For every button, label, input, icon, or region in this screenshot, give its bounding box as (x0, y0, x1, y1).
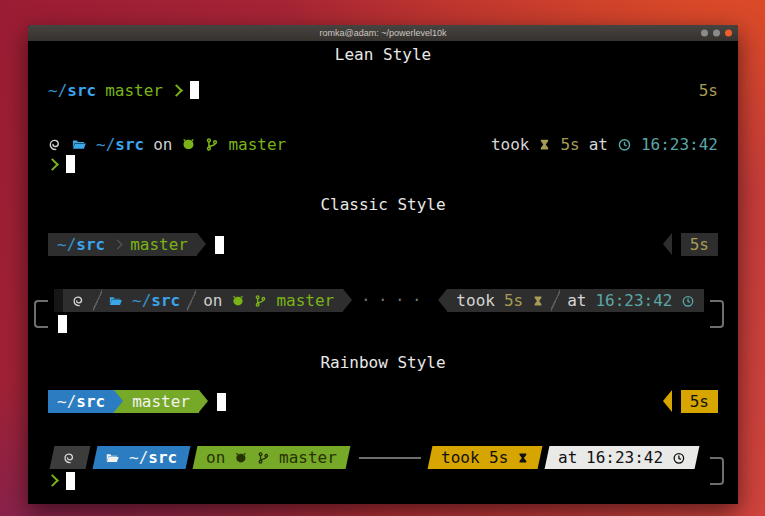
classic-right-segment: took 5s at 16:23:42 (438, 289, 704, 312)
slash-separator (93, 289, 102, 312)
on-word: on (203, 291, 222, 310)
duration-label: 5s (560, 135, 579, 154)
lean-oneline-prompt: ~/src master 5s (48, 80, 718, 100)
duration-label: 5s (690, 235, 709, 254)
chevron-right-icon (46, 158, 59, 171)
rainbow-twoline-prompt: ~/src on master took 5s (48, 446, 718, 492)
maximize-button[interactable] (713, 30, 720, 37)
dir-name: src (67, 81, 96, 100)
chevron-right-icon (46, 474, 59, 487)
duration-label: 5s (690, 392, 709, 411)
minimize-button[interactable] (701, 30, 708, 37)
chevron-right-icon (170, 84, 183, 97)
took-word: took (441, 448, 480, 467)
slash-separator (187, 289, 196, 312)
took-word: took (456, 291, 495, 310)
dir-prefix: ~/ (57, 235, 76, 254)
rainbow-left-segment: ~/src master (48, 390, 208, 413)
terminal-screen[interactable]: Lean Style ~/src master 5s ~/src on (28, 41, 738, 504)
time-segment: at 16:23:42 (544, 446, 699, 469)
octocat-icon (234, 451, 248, 465)
debian-swirl-icon (63, 451, 77, 465)
slash-separator (551, 289, 560, 312)
close-button[interactable] (725, 30, 732, 37)
current-directory: ~/src (96, 135, 144, 154)
segment-joint (114, 390, 123, 413)
dir-name: src (76, 392, 105, 411)
at-word: at (558, 448, 577, 467)
at-word: at (589, 135, 608, 154)
powerline-arrow-icon (438, 289, 447, 311)
debian-swirl-icon (72, 294, 86, 308)
git-branch-label: master (279, 448, 337, 467)
hourglass-icon (532, 294, 544, 308)
git-branch-label: master (276, 291, 334, 310)
prompt-frame-left (34, 300, 48, 328)
segment-lead-cap (54, 289, 63, 312)
dir-prefix: ~/ (57, 392, 76, 411)
rainbow-right-segment: 5s (663, 390, 718, 413)
time-label: 16:23:42 (595, 291, 672, 310)
titlebar[interactable]: romka@adam: ~/powerlevel10k (28, 25, 738, 41)
octocat-icon (181, 137, 196, 152)
git-branch-label: master (130, 235, 188, 254)
git-branch-label: master (132, 392, 190, 411)
gap-filler-dots: ···· (361, 289, 429, 312)
git-branch-label: master (228, 135, 286, 154)
duration-segment: took 5s (427, 446, 542, 469)
rainbow-heading: Rainbow Style (48, 353, 718, 373)
directory-segment: ~/src (93, 446, 191, 469)
window-title: romka@adam: ~/powerlevel10k (320, 28, 447, 38)
powerline-arrow-icon (663, 390, 672, 412)
git-branch-label: master (105, 81, 163, 100)
time-label: 16:23:42 (641, 135, 718, 154)
powerline-arrow-icon (197, 233, 206, 255)
dir-name: src (76, 235, 105, 254)
classic-heading: Classic Style (48, 195, 718, 215)
os-segment (50, 446, 91, 469)
lean-heading: Lean Style (48, 45, 718, 65)
clock-icon (681, 294, 695, 308)
duration-label: 5s (488, 448, 507, 467)
dir-name: src (115, 135, 144, 154)
duration-label: 5s (699, 81, 718, 100)
duration-label: 5s (504, 291, 523, 310)
hourglass-icon (538, 137, 551, 152)
clock-icon (617, 137, 632, 152)
on-word: on (206, 448, 225, 467)
text-cursor (66, 472, 75, 490)
dir-prefix: ~/ (132, 291, 151, 310)
current-directory: ~/src (129, 448, 177, 467)
classic-twoline-prompt: ~/src on master ···· (48, 289, 718, 335)
dir-prefix: ~/ (48, 81, 67, 100)
prompt-frame-right (710, 300, 724, 328)
classic-left-segment: ~/src master (48, 233, 206, 256)
powerline-arrow-icon (114, 390, 123, 412)
git-segment: on master (193, 446, 351, 469)
git-branch-icon (205, 137, 219, 152)
git-branch-icon (257, 451, 270, 465)
octocat-icon (231, 294, 245, 308)
dir-name: src (148, 448, 177, 467)
time-label: 16:23:42 (586, 448, 663, 467)
current-directory: ~/src (57, 235, 105, 254)
powerline-arrow-icon (199, 390, 208, 412)
on-word: on (153, 135, 172, 154)
dir-prefix: ~/ (129, 448, 148, 467)
dir-name: src (151, 291, 180, 310)
lean-twoline-prompt: ~/src on master took 5s at (48, 134, 718, 174)
window-buttons (701, 30, 732, 37)
at-word: at (567, 291, 586, 310)
text-cursor (58, 315, 67, 333)
current-directory: ~/src (48, 81, 96, 100)
git-branch-icon (254, 294, 267, 308)
prompt-frame-right (710, 457, 724, 485)
powerline-arrow-icon (343, 289, 352, 311)
dir-prefix: ~/ (96, 135, 115, 154)
clock-icon (672, 451, 686, 465)
classic-right-segment: 5s (663, 233, 718, 256)
text-cursor (66, 155, 75, 173)
current-directory: ~/src (132, 291, 180, 310)
hourglass-icon (517, 451, 529, 465)
folder-icon (106, 451, 120, 465)
